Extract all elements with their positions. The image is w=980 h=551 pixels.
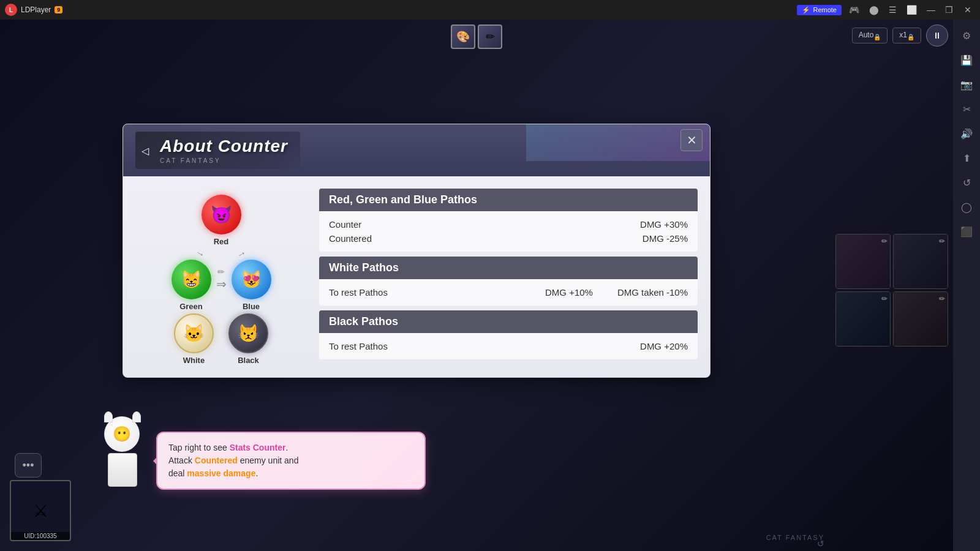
right-thumbnails: ✏ ✏ ✏ ✏ xyxy=(835,234,948,347)
white-dmg-taken: DMG taken -10% xyxy=(617,287,688,298)
minimize-icon[interactable]: — xyxy=(924,4,938,16)
remote-button[interactable]: ⚡ Remote xyxy=(797,5,842,15)
blue-label: Blue xyxy=(243,302,260,311)
left-arrow-icon: ✏ xyxy=(217,267,225,277)
mini-map-icon: ⚔ xyxy=(33,501,48,521)
dialogue-box: Tap right to see Stats Counter. Attack C… xyxy=(156,432,426,490)
restore-icon[interactable]: ❐ xyxy=(943,4,956,16)
pause-button[interactable]: ⏸ xyxy=(926,24,948,47)
modal-header: ◁ About Counter CAT FANTASY ✕ xyxy=(123,124,710,176)
mini-map-content: ⚔ xyxy=(11,481,70,540)
middle-row: 😸 Green ✏ ⇒ 😻 Blue xyxy=(135,260,307,311)
speed-lock-icon: 🔒 xyxy=(907,34,914,40)
dialogue-countered: Countered xyxy=(195,455,238,465)
char-right-ear xyxy=(132,411,141,422)
thumbnail-3[interactable]: ✏ xyxy=(835,291,891,347)
bottom-row: 🐱 White 😾 Black xyxy=(135,313,307,365)
auto-label: Auto xyxy=(859,31,874,39)
char-head-container: 😶 xyxy=(104,416,141,452)
sidebar-icon-8[interactable]: ◯ xyxy=(956,196,978,218)
top-arrows: ↑ ↑ xyxy=(135,249,307,260)
black-pathos-row: To rest Pathos DMG +20% xyxy=(329,339,688,353)
green-label: Green xyxy=(179,302,203,311)
rgb-section: Red, Green and Blue Pathos Counter DMG +… xyxy=(319,189,698,252)
arrow-red-to-blue: ↑ xyxy=(236,249,248,259)
speed-button[interactable]: x1🔒 xyxy=(892,28,921,43)
sidebar-icon-3[interactable]: 📷 xyxy=(956,73,978,96)
rgb-header: Red, Green and Blue Pathos xyxy=(319,189,698,211)
rgb-body: Counter DMG +30% Countered DMG -25% xyxy=(319,211,698,252)
modal-subtitle: CAT FANTASY xyxy=(160,157,288,164)
white-body: To rest Pathos DMG +10% DMG taken -10% xyxy=(319,279,698,305)
thumb-edit-icon-4: ✏ xyxy=(939,294,945,303)
black-dmg-boost: DMG +20% xyxy=(640,341,688,351)
sidebar-icon-7[interactable]: ↺ xyxy=(956,171,978,193)
modal-title: About Counter xyxy=(160,137,288,156)
red-orb: 😈 xyxy=(202,195,241,234)
blue-orb: 😻 xyxy=(232,260,271,299)
sidebar-icon-4[interactable]: ✂ xyxy=(956,98,978,120)
pathos-item-red: 😈 Red xyxy=(202,195,241,246)
right-sidebar: ⚙ 💾 📷 ✂ 🔊 ⬆ ↺ ◯ ⬛ xyxy=(953,20,980,551)
mini-map[interactable]: ⚔ UID:100335 xyxy=(10,480,71,541)
character-sprite: 😶 xyxy=(92,416,153,496)
thumbnail-4[interactable]: ✏ xyxy=(893,291,948,347)
fullscreen-icon[interactable]: ⬜ xyxy=(904,4,919,16)
black-body: To rest Pathos DMG +20% xyxy=(319,333,698,359)
sidebar-icon-9[interactable]: ⬛ xyxy=(956,220,978,242)
sidebar-icon-2[interactable]: 💾 xyxy=(956,49,978,71)
skill-icon-1[interactable]: 🎨 xyxy=(451,24,475,49)
countered-row: Countered DMG -25% xyxy=(329,231,688,246)
middle-arrows: ✏ ⇒ xyxy=(216,267,227,291)
sidebar-icon-1[interactable]: ⚙ xyxy=(956,24,978,47)
close-icon[interactable]: ✕ xyxy=(960,4,975,16)
game-area: Auto🔒 x1🔒 ⏸ 🎨 ✏ ◁ About Counter CAT FANT… xyxy=(0,20,953,551)
thumb-edit-icon-3: ✏ xyxy=(881,294,888,303)
skill-icon-2[interactable]: ✏ xyxy=(478,24,502,49)
close-x-icon: ✕ xyxy=(687,133,697,148)
char-ears-container xyxy=(104,411,141,422)
watermark-text: CAT FANTASY xyxy=(766,534,824,541)
counter-row: Counter DMG +30% xyxy=(329,217,688,231)
right-arrow-icon: ⇒ xyxy=(216,277,227,291)
white-pathos-row: To rest Pathos DMG +10% DMG taken -10% xyxy=(329,285,688,299)
app-name: LDPlayer xyxy=(21,6,51,14)
dialogue-line2-pre: Attack xyxy=(168,455,195,465)
counter-label: Counter xyxy=(329,219,361,230)
title-bar: L LDPlayer 9 ⚡ Remote 🎮 ⬤ ☰ ⬜ — ❐ ✕ xyxy=(0,0,980,20)
game-top-bar: Auto🔒 x1🔒 ⏸ xyxy=(852,24,948,47)
app-logo: L xyxy=(5,4,17,16)
menu-icon[interactable]: ☰ xyxy=(886,4,899,16)
title-bar-left: L LDPlayer 9 xyxy=(5,4,62,16)
countered-value: DMG -25% xyxy=(643,233,688,244)
black-label: Black xyxy=(238,356,259,365)
char-torso xyxy=(108,453,137,487)
char-left-ear xyxy=(104,411,113,422)
arrow-red-to-green: ↑ xyxy=(194,249,206,259)
sidebar-icon-6[interactable]: ⬆ xyxy=(956,147,978,169)
thumbnail-1[interactable]: ✏ xyxy=(835,234,891,289)
thumb-edit-icon-1: ✏ xyxy=(881,237,888,246)
white-label: White xyxy=(183,356,205,365)
black-orb: 😾 xyxy=(228,313,268,353)
character-body: 😶 xyxy=(92,416,153,496)
pathos-info: Red, Green and Blue Pathos Counter DMG +… xyxy=(319,189,698,365)
dialogue-massive-damage: massive damage xyxy=(187,468,255,478)
chat-bubble-icon[interactable]: ••• xyxy=(15,453,42,478)
dialogue-line1-post: . xyxy=(285,443,288,452)
record-icon[interactable]: ⬤ xyxy=(867,4,881,16)
white-label: To rest Pathos xyxy=(329,287,388,298)
auto-button[interactable]: Auto🔒 xyxy=(852,28,888,43)
pathos-diagram: 😈 Red ↑ ↑ 😸 Green xyxy=(135,189,307,365)
sidebar-icon-5[interactable]: 🔊 xyxy=(956,122,978,144)
game-controller-icon[interactable]: 🎮 xyxy=(846,4,862,16)
black-header: Black Pathos xyxy=(319,310,698,333)
modal-title-arrow-icon: ◁ xyxy=(141,144,149,156)
white-header: White Pathos xyxy=(319,257,698,279)
thumbnail-2[interactable]: ✏ xyxy=(893,234,948,289)
white-values: DMG +10% DMG taken -10% xyxy=(545,287,688,298)
modal-close-button[interactable]: ✕ xyxy=(680,129,703,151)
counter-value: DMG +30% xyxy=(640,219,688,230)
about-counter-modal: ◁ About Counter CAT FANTASY ✕ 😈 Red xyxy=(123,124,710,378)
remote-label: Remote xyxy=(813,6,837,13)
